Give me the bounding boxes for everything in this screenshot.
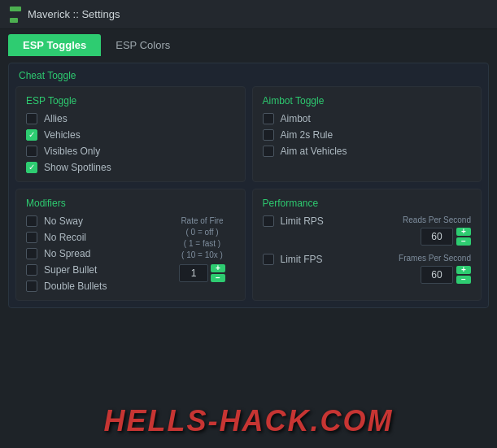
rof-increment-button[interactable]: + bbox=[211, 264, 225, 272]
modifiers-title: Modifiers bbox=[26, 198, 235, 209]
no-recoil-checkbox[interactable] bbox=[26, 232, 37, 243]
fps-right: Frames Per Second + − bbox=[399, 254, 471, 284]
no-spread-row: No Spread bbox=[26, 248, 163, 259]
esp-vehicles-label: Vehicles bbox=[44, 129, 81, 141]
esp-allies-label: Allies bbox=[44, 113, 68, 124]
rof-input-row: + − bbox=[179, 264, 225, 282]
esp-vehicles-check: ✓ bbox=[28, 131, 35, 139]
esp-visibles-row: Visibles Only bbox=[26, 146, 235, 157]
limit-fps-checkbox[interactable] bbox=[263, 254, 274, 265]
aimbot-label: Aimbot bbox=[281, 113, 311, 124]
modifiers-inner: No Sway No Recoil No Spread Super B bbox=[26, 215, 235, 292]
rps-stepper: + − bbox=[456, 228, 471, 246]
tab-esp-colors[interactable]: ESP Colors bbox=[101, 34, 185, 56]
aimbot-row: Aimbot bbox=[263, 113, 472, 124]
titlebar: Maverick :: Settings bbox=[0, 0, 497, 29]
aim2s-row: Aim 2s Rule bbox=[263, 129, 472, 141]
aimbot-checkbox[interactable] bbox=[263, 113, 274, 124]
super-bullet-label: Super Bullet bbox=[44, 264, 97, 276]
limit-rps-label: Limit RPS bbox=[281, 215, 324, 227]
rps-label: Reads Per Second bbox=[403, 215, 471, 224]
esp-visibles-checkbox[interactable] bbox=[26, 146, 37, 157]
fps-stepper: + − bbox=[456, 266, 471, 284]
modifiers-panel: Modifiers No Sway No Recoil bbox=[15, 189, 246, 301]
no-spread-checkbox[interactable] bbox=[26, 248, 37, 259]
rof-label: Rate of Fire( 0 = off )( 1 = fast )( 10 … bbox=[181, 215, 223, 261]
esp-toggle-panel: ESP Toggle Allies ✓ Vehicles Visibles On… bbox=[15, 86, 246, 182]
esp-toggle-title: ESP Toggle bbox=[26, 95, 235, 107]
esp-spotlines-label: Show Spotlines bbox=[44, 162, 111, 173]
rof-input[interactable] bbox=[179, 264, 208, 282]
esp-vehicles-row: ✓ Vehicles bbox=[26, 129, 235, 141]
panels-grid: ESP Toggle Allies ✓ Vehicles Visibles On… bbox=[15, 86, 482, 301]
esp-vehicles-checkbox[interactable]: ✓ bbox=[26, 129, 37, 141]
limit-fps-label: Limit FPS bbox=[281, 254, 323, 265]
cheat-toggle-label: Cheat Toggle bbox=[15, 70, 482, 81]
main-content: Cheat Toggle ESP Toggle Allies ✓ Vehicle… bbox=[0, 56, 497, 315]
double-bullets-label: Double Bullets bbox=[44, 281, 107, 292]
aim2s-checkbox[interactable] bbox=[263, 129, 274, 141]
no-sway-checkbox[interactable] bbox=[26, 215, 37, 227]
performance-title: Performance bbox=[263, 198, 472, 209]
limit-rps-cb-area: Limit RPS bbox=[263, 215, 403, 227]
aim-vehicles-checkbox[interactable] bbox=[263, 146, 274, 157]
esp-visibles-label: Visibles Only bbox=[44, 146, 100, 157]
rps-input[interactable] bbox=[421, 228, 453, 246]
fps-decrement-button[interactable]: − bbox=[456, 276, 471, 284]
rof-decrement-button[interactable]: − bbox=[211, 274, 225, 282]
aim-vehicles-row: Aim at Vehicles bbox=[263, 146, 472, 157]
no-recoil-label: No Recoil bbox=[44, 232, 86, 243]
rof-stepper: + − bbox=[211, 264, 225, 282]
esp-spotlines-checkbox[interactable]: ✓ bbox=[26, 162, 37, 173]
double-bullets-checkbox[interactable] bbox=[26, 281, 37, 292]
no-spread-label: No Spread bbox=[44, 248, 90, 259]
esp-allies-row: Allies bbox=[26, 113, 235, 124]
fps-increment-button[interactable]: + bbox=[456, 266, 471, 274]
esp-spotlines-row: ✓ Show Spotlines bbox=[26, 162, 235, 173]
aimbot-toggle-panel: Aimbot Toggle Aimbot Aim 2s Rule Aim at … bbox=[252, 86, 482, 182]
rate-of-fire-section: Rate of Fire( 0 = off )( 1 = fast )( 10 … bbox=[170, 215, 235, 292]
tab-esp-toggles[interactable]: ESP Toggles bbox=[8, 34, 101, 56]
rps-increment-button[interactable]: + bbox=[456, 228, 471, 236]
aim2s-label: Aim 2s Rule bbox=[281, 129, 334, 141]
no-sway-label: No Sway bbox=[44, 215, 83, 227]
esp-allies-checkbox[interactable] bbox=[26, 113, 37, 124]
watermark: HELLS-HACK.COM bbox=[104, 404, 394, 438]
fps-label: Frames Per Second bbox=[399, 254, 471, 263]
fps-input-row: + − bbox=[421, 266, 471, 284]
rps-decrement-button[interactable]: − bbox=[456, 237, 471, 246]
rps-input-row: + − bbox=[421, 228, 471, 246]
super-bullet-row: Super Bullet bbox=[26, 264, 163, 276]
limit-fps-cb-area: Limit FPS bbox=[263, 254, 399, 265]
tabs-bar: ESP Toggles ESP Colors bbox=[0, 29, 497, 56]
aimbot-toggle-title: Aimbot Toggle bbox=[263, 95, 472, 107]
esp-spotlines-check: ✓ bbox=[28, 163, 35, 172]
no-recoil-row: No Recoil bbox=[26, 232, 163, 243]
cheat-toggle-section: Cheat Toggle ESP Toggle Allies ✓ Vehicle… bbox=[8, 63, 489, 308]
super-bullet-checkbox[interactable] bbox=[26, 264, 37, 276]
limit-rps-checkbox[interactable] bbox=[263, 215, 274, 227]
modifiers-checkboxes: No Sway No Recoil No Spread Super B bbox=[26, 215, 163, 292]
performance-panel: Performance Limit RPS Reads Per Second +… bbox=[252, 189, 482, 301]
aim-vehicles-label: Aim at Vehicles bbox=[281, 146, 347, 157]
titlebar-title: Maverick :: Settings bbox=[28, 8, 120, 20]
titlebar-icon bbox=[10, 7, 21, 23]
double-bullets-row: Double Bullets bbox=[26, 281, 163, 292]
rps-right: Reads Per Second + − bbox=[403, 215, 471, 246]
fps-input[interactable] bbox=[421, 266, 453, 284]
no-sway-row: No Sway bbox=[26, 215, 163, 227]
